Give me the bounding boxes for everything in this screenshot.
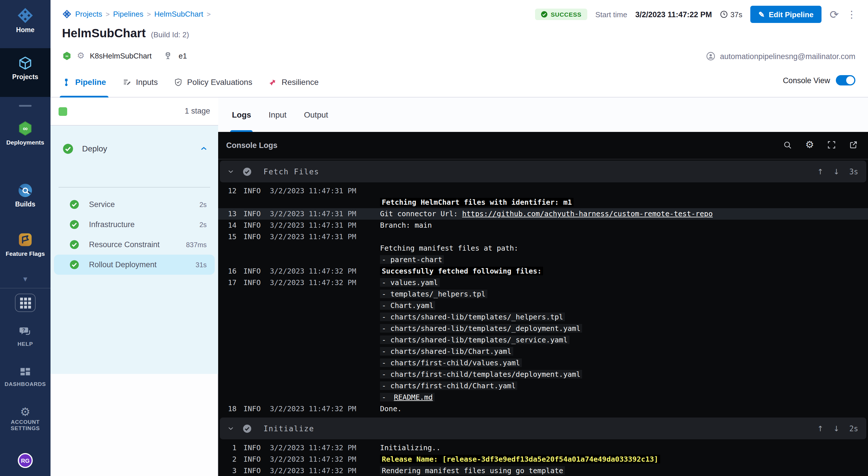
log-text: Fetching manifest files at path: xyxy=(380,244,518,252)
log-line: - charts/shared-lib/templates/_helpers.t… xyxy=(218,311,868,323)
log-timestamp xyxy=(270,357,373,369)
chaos-icon xyxy=(268,78,277,86)
log-level xyxy=(243,334,270,346)
step-rollout-deployment[interactable]: Rollout Deployment 31s xyxy=(54,254,215,275)
log-tabs: Logs Input Output xyxy=(218,98,868,132)
log-text: - charts/first-child/Chart.yaml xyxy=(380,381,518,390)
log-section-header-fetch-files[interactable]: Fetch Files ↑ ↓ 3s xyxy=(220,161,866,182)
chevron-down-icon xyxy=(227,168,234,175)
ci-circle-icon xyxy=(17,191,33,200)
harness-pipeline-execution-page: Home Projects ∞ Deployments Builds xyxy=(0,0,868,476)
chevron-down-icon[interactable]: ▾ xyxy=(0,274,51,283)
check-circle-icon xyxy=(63,143,73,154)
inputs-icon xyxy=(122,77,131,87)
edit-pipeline-button[interactable]: ✎ Edit Pipeline xyxy=(750,6,822,23)
sidebar-item-label: HELP xyxy=(0,341,51,347)
tab-logs[interactable]: Logs xyxy=(232,98,251,132)
log-timestamp xyxy=(270,346,373,357)
log-level xyxy=(243,346,270,357)
log-line-number: 15 xyxy=(218,231,237,243)
log-text: - xyxy=(380,393,392,402)
log-message: - charts/first-child/Chart.yaml xyxy=(380,380,518,392)
log-link[interactable]: https://github.com/achyuth-harness/custo… xyxy=(462,209,713,218)
log-timestamp: 3/2/2023 11:47:31 PM xyxy=(270,231,373,243)
log-line-number: 2 xyxy=(218,454,237,465)
service-name[interactable]: K8sHelmSubChart xyxy=(90,51,152,60)
sidebar-item-dashboards[interactable]: DASHBOARDS xyxy=(0,366,51,387)
stage-status-square xyxy=(59,107,67,116)
log-message: - charts/shared-lib/Chart.yaml xyxy=(380,346,513,357)
tab-output[interactable]: Output xyxy=(304,98,328,132)
log-message: - README.md xyxy=(380,392,435,403)
tab-resilience[interactable]: Resilience xyxy=(268,67,319,98)
console-logs-panel: Console Logs ⚙ xyxy=(218,132,868,476)
user-avatar[interactable]: RG xyxy=(18,453,33,468)
log-panel: Logs Input Output Console Logs ⚙ xyxy=(218,98,868,476)
page-title: HelmSubChart xyxy=(62,26,146,40)
log-text: - templates/_helpers.tpl xyxy=(380,290,487,298)
log-message: Successfully fetched following files: xyxy=(380,266,544,277)
step-service[interactable]: Service 2s xyxy=(54,195,215,214)
log-timestamp xyxy=(270,197,373,208)
chevron-up-icon[interactable] xyxy=(200,144,208,152)
pencil-icon: ✎ xyxy=(758,10,765,19)
log-level xyxy=(243,288,270,300)
log-level xyxy=(243,311,270,323)
log-level: INFO xyxy=(243,208,270,219)
scroll-down-icon[interactable]: ↓ xyxy=(833,424,840,433)
environment-icon xyxy=(164,51,172,60)
tab-inputs[interactable]: Inputs xyxy=(122,67,158,98)
console-view-toggle[interactable] xyxy=(836,75,856,86)
settings-gear-icon[interactable]: ⚙ xyxy=(805,139,814,151)
log-timestamp xyxy=(270,300,373,311)
fullscreen-icon[interactable] xyxy=(827,140,836,149)
log-timestamp xyxy=(270,243,373,254)
module-selector-button[interactable] xyxy=(15,294,36,312)
environment-name[interactable]: e1 xyxy=(179,51,187,60)
log-section-header-initialize[interactable]: Initialize ↑ ↓ 2s xyxy=(220,417,866,439)
sidebar-item-label: Projects xyxy=(0,73,51,80)
log-level xyxy=(243,300,270,311)
breadcrumb-pipeline-name[interactable]: HelmSubChart xyxy=(154,10,204,19)
refresh-icon[interactable]: ⟳ xyxy=(830,9,839,20)
sidebar-item-label: Builds xyxy=(0,201,51,208)
breadcrumb-projects[interactable]: Projects xyxy=(75,10,102,19)
console-view-control: Console View xyxy=(783,75,856,86)
stage-card: Deploy Service 2s Infrastructure 2s Reso… xyxy=(51,126,218,374)
log-message: - charts/shared-lib/templates/_service.y… xyxy=(380,334,569,346)
step-infrastructure[interactable]: Infrastructure 2s xyxy=(54,214,215,235)
tab-policy-evaluations[interactable]: Policy Evaluations xyxy=(174,67,252,98)
log-line: - charts/shared-lib/templates/_service.y… xyxy=(218,334,868,346)
stage-row-deploy[interactable]: Deploy xyxy=(51,138,218,159)
sidebar-item-projects[interactable]: Projects xyxy=(0,55,51,80)
tab-pipeline[interactable]: Pipeline xyxy=(62,67,106,98)
log-line-number xyxy=(218,369,237,380)
sidebar-item-home[interactable]: Home xyxy=(0,7,51,33)
log-line-number xyxy=(218,392,237,403)
scroll-down-icon[interactable]: ↓ xyxy=(833,167,840,176)
sidebar-item-builds[interactable]: Builds xyxy=(0,182,51,208)
log-timestamp: 3/2/2023 11:47:31 PM xyxy=(270,219,373,231)
breadcrumb-pipelines[interactable]: Pipelines xyxy=(113,10,144,19)
step-duration: 2s xyxy=(199,200,207,208)
log-line-number: 12 xyxy=(218,185,237,197)
log-link[interactable]: README.md xyxy=(392,393,434,402)
scroll-up-icon[interactable]: ↑ xyxy=(817,167,824,176)
log-text: - charts/first-child/values.yaml xyxy=(380,359,522,367)
sidebar-item-help[interactable]: ? HELP xyxy=(0,325,51,347)
log-text: Rendering manifest files using go templa… xyxy=(380,466,565,475)
step-resource-constraint[interactable]: Resource Constraint 837ms xyxy=(54,235,215,254)
log-line: 18 INFO 3/2/2023 11:47:32 PM Done. xyxy=(218,403,868,415)
kebab-menu-icon[interactable]: ⋮ xyxy=(847,9,857,19)
sidebar-item-feature-flags[interactable]: Feature Flags xyxy=(0,232,51,257)
log-level: INFO xyxy=(243,403,270,415)
scroll-up-icon[interactable]: ↑ xyxy=(817,424,824,433)
tab-input[interactable]: Input xyxy=(269,98,286,132)
breadcrumb-separator: > xyxy=(207,10,211,18)
open-in-new-icon[interactable] xyxy=(849,140,858,149)
step-duration: 31s xyxy=(195,261,207,269)
sidebar-item-deployments[interactable]: ∞ Deployments xyxy=(0,121,51,146)
sidebar-item-account-settings[interactable]: ⚙ ACCOUNT SETTINGS xyxy=(0,405,51,431)
search-icon[interactable] xyxy=(783,140,792,149)
step-name: Resource Constraint xyxy=(89,240,160,249)
